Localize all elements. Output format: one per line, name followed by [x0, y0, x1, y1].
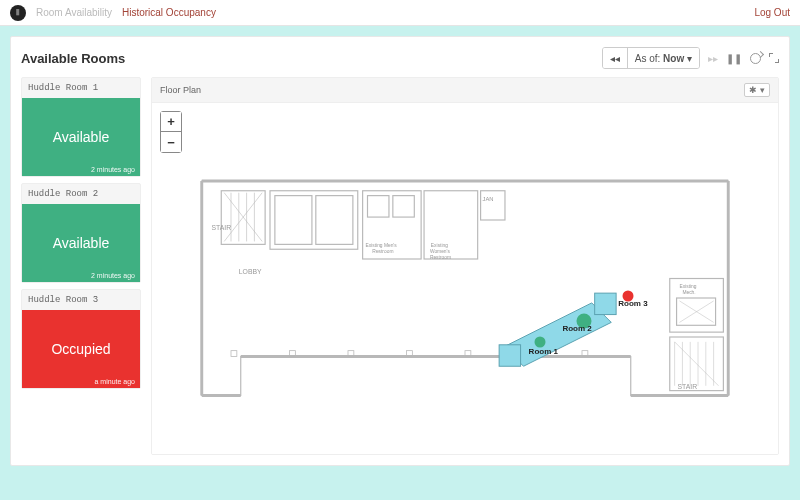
svg-text:JAN: JAN [483, 196, 494, 202]
svg-text:Women's: Women's [430, 249, 451, 254]
floor-plan-title: Floor Plan [160, 85, 201, 95]
nav-room-availability[interactable]: Room Availability [36, 7, 112, 18]
room-status: Available2 minutes ago [22, 98, 140, 176]
room-marker[interactable]: Room 1 [535, 336, 546, 347]
svg-rect-2 [270, 191, 358, 250]
refresh-icon[interactable] [750, 53, 761, 64]
svg-text:Restroom: Restroom [430, 255, 451, 260]
svg-rect-23 [231, 351, 237, 357]
pause-button[interactable]: ❚❚ [726, 53, 742, 64]
room-name: Huddle Room 3 [22, 290, 140, 310]
room-name: Huddle Room 2 [22, 184, 140, 204]
floorplan-svg: STAIR LOBBY Existing Men's Restroom Exis… [152, 103, 778, 454]
svg-rect-8 [393, 196, 414, 217]
time-picker-button[interactable]: As of: Now ▾ [628, 48, 699, 68]
floor-plan-panel: Floor Plan ✱ ▾ + − [151, 77, 779, 455]
time-controls: ◂◂ As of: Now ▾ ▸▸ ❚❚ [602, 47, 779, 69]
svg-rect-32 [595, 293, 616, 314]
svg-text:Existing: Existing [431, 243, 448, 248]
room-card[interactable]: Huddle Room 2Available2 minutes ago [21, 183, 141, 283]
room-status: Available2 minutes ago [22, 204, 140, 282]
marker-label: Room 3 [618, 299, 647, 308]
logout-link[interactable]: Log Out [754, 7, 790, 18]
fullscreen-icon[interactable] [769, 53, 779, 63]
room-card[interactable]: Huddle Room 3Occupieda minute ago [21, 289, 141, 389]
svg-text:Existing Men's: Existing Men's [366, 243, 398, 248]
room-marker[interactable]: Room 2 [576, 313, 591, 328]
svg-text:STAIR: STAIR [678, 383, 698, 390]
room-marker[interactable]: Room 3 [622, 291, 633, 302]
marker-label: Room 1 [529, 346, 558, 355]
svg-text:STAIR: STAIR [212, 224, 232, 231]
room-status: Occupieda minute ago [22, 310, 140, 388]
nav-historical-occupancy[interactable]: Historical Occupancy [122, 7, 216, 18]
svg-text:Mech.: Mech. [682, 290, 695, 295]
floor-plan-settings-button[interactable]: ✱ ▾ [744, 83, 770, 97]
rooms-list: Huddle Room 1Available2 minutes agoHuddl… [21, 77, 141, 455]
svg-rect-3 [275, 196, 312, 245]
zoom-out-button[interactable]: − [161, 132, 181, 152]
svg-rect-4 [316, 196, 353, 245]
marker-label: Room 2 [562, 323, 591, 332]
asof-value: Now [663, 53, 684, 64]
panel-title: Available Rooms [21, 51, 125, 66]
room-timestamp: a minute ago [95, 378, 135, 385]
room-card[interactable]: Huddle Room 1Available2 minutes ago [21, 77, 141, 177]
svg-text:Existing: Existing [679, 284, 696, 289]
svg-text:LOBBY: LOBBY [239, 268, 262, 275]
room-name: Huddle Room 1 [22, 78, 140, 98]
brand-logo: ⦀ [10, 5, 26, 21]
zoom-in-button[interactable]: + [161, 112, 181, 132]
main-panel: Available Rooms ◂◂ As of: Now ▾ ▸▸ ❚❚ Hu… [10, 36, 790, 466]
svg-text:Restroom: Restroom [372, 249, 393, 254]
zoom-controls: + − [160, 111, 182, 153]
svg-rect-31 [499, 345, 520, 366]
time-rewind-button[interactable]: ◂◂ [603, 48, 628, 68]
asof-prefix: As of: [635, 53, 661, 64]
room-timestamp: 2 minutes ago [91, 272, 135, 279]
svg-rect-20 [677, 298, 716, 325]
svg-rect-7 [368, 196, 389, 217]
floor-plan-canvas[interactable]: + − STAIR [152, 103, 778, 454]
time-forward-button: ▸▸ [708, 53, 718, 64]
room-timestamp: 2 minutes ago [91, 166, 135, 173]
